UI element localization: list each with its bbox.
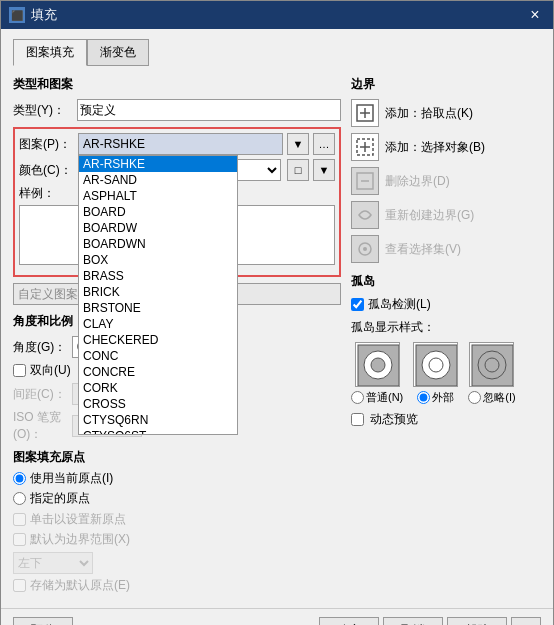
view-selections-label: 查看选择集(V): [385, 241, 461, 258]
use-current-origin-label: 使用当前原点(I): [30, 470, 113, 487]
island-section: 孤岛 孤岛检测(L) 孤岛显示样式：: [351, 273, 541, 428]
island-ignore-label: 忽略(I): [483, 390, 515, 405]
tab-hatch[interactable]: 图案填充: [13, 39, 87, 66]
right-panel: 边界 添加：拾取点(K): [351, 76, 541, 598]
add-select-label: 添加：选择对象(B): [385, 139, 485, 156]
dropdown-item[interactable]: BRASS: [79, 268, 237, 284]
dynamic-preview-checkbox[interactable]: [351, 413, 364, 426]
dropdown-item[interactable]: CLAY: [79, 316, 237, 332]
bidirectional-checkbox[interactable]: [13, 364, 26, 377]
origin-bottom: 单击以设置新原点 默认为边界范围(X) 左下: [13, 511, 341, 594]
recreate-boundary-label: 重新创建边界(G): [385, 207, 474, 224]
default-boundary-checkbox: [13, 533, 26, 546]
dropdown-item[interactable]: BOARD: [79, 204, 237, 220]
bidirectional-label: 双向(U): [30, 362, 71, 379]
tabs: 图案填充 渐变色: [13, 39, 541, 66]
default-boundary-row: 默认为边界范围(X): [13, 531, 341, 548]
color-btn1[interactable]: □: [287, 159, 309, 181]
default-boundary-label: 默认为边界范围(X): [30, 531, 130, 548]
pattern-dropdown-area: 图案(P)： AR-RSHKEAR-SANDASPHALTBOARDBOARDW…: [13, 127, 341, 277]
island-style-outer: 外部: [413, 342, 458, 405]
store-default-checkbox: [13, 579, 26, 592]
svg-point-12: [371, 358, 385, 372]
left-panel: 类型和图案 类型(Y)： 预定义 图案(P)：: [13, 76, 341, 598]
spacing-label: 间距(C)：: [13, 386, 68, 403]
cancel-button[interactable]: 取消: [383, 617, 443, 625]
dropdown-item[interactable]: BRSTONE: [79, 300, 237, 316]
tab-gradient[interactable]: 渐变色: [87, 39, 149, 66]
dropdown-item[interactable]: CHECKERED: [79, 332, 237, 348]
dropdown-item[interactable]: AR-SAND: [79, 172, 237, 188]
dropdown-item[interactable]: BOARDW: [79, 220, 237, 236]
dropdown-item[interactable]: BRICK: [79, 284, 237, 300]
island-detect-label: 孤岛检测(L): [368, 296, 431, 313]
dropdown-item[interactable]: AR-RSHKE: [79, 156, 237, 172]
pattern-input[interactable]: [78, 133, 283, 155]
dropdown-item[interactable]: BOARDWN: [79, 236, 237, 252]
pattern-browse-btn[interactable]: …: [313, 133, 335, 155]
island-outer-radio-row: 外部: [417, 390, 454, 405]
dropdown-item[interactable]: CTYSQ6RN: [79, 412, 237, 428]
preview-button[interactable]: 预览: [13, 617, 73, 625]
use-current-origin-radio[interactable]: [13, 472, 26, 485]
type-pattern-title: 类型和图案: [13, 76, 341, 93]
angle-label: 角度(G)：: [13, 339, 68, 356]
island-ignore-radio[interactable]: [468, 391, 481, 404]
island-normal-radio[interactable]: [351, 391, 364, 404]
dropdown-item[interactable]: BOX: [79, 252, 237, 268]
island-detect-checkbox[interactable]: [351, 298, 364, 311]
island-outer-label: 外部: [432, 390, 454, 405]
ok-button[interactable]: 确定: [319, 617, 379, 625]
dropdown-item[interactable]: CONC: [79, 348, 237, 364]
use-current-origin-row: 使用当前原点(I): [13, 470, 341, 487]
click-to-set-checkbox: [13, 513, 26, 526]
add-pick-icon: [351, 99, 379, 127]
svg-point-15: [429, 358, 443, 372]
origin-section: 图案填充原点 使用当前原点(I) 指定的原点 单击: [13, 449, 341, 594]
origin-title: 图案填充原点: [13, 449, 341, 466]
pattern-dropdown-btn[interactable]: ▼: [287, 133, 309, 155]
specify-origin-label: 指定的原点: [30, 490, 90, 507]
pattern-row: 图案(P)： AR-RSHKEAR-SANDASPHALTBOARDBOARDW…: [19, 133, 335, 155]
click-to-set-row: 单击以设置新原点: [13, 511, 341, 528]
view-selections-btn: 查看选择集(V): [351, 235, 541, 263]
pattern-label: 图案(P)：: [19, 136, 74, 153]
type-label: 类型(Y)：: [13, 102, 73, 119]
dropdown-item[interactable]: CORK: [79, 380, 237, 396]
island-preview-outer: [413, 342, 458, 387]
title-bar-left: ⬛ 填充: [9, 6, 57, 24]
bottom-right-buttons: 确定 取消 帮助 >>: [319, 617, 541, 625]
dropdown-item[interactable]: CTYSQ6ST: [79, 428, 237, 435]
island-ignore-radio-row: 忽略(I): [468, 390, 515, 405]
origin-select-wrap: 左下: [13, 552, 341, 574]
island-outer-radio[interactable]: [417, 391, 430, 404]
add-select-icon: [351, 133, 379, 161]
close-button[interactable]: ×: [525, 5, 545, 25]
add-select-btn[interactable]: 添加：选择对象(B): [351, 133, 541, 161]
remove-boundary-btn: 删除边界(D): [351, 167, 541, 195]
dropdown-item[interactable]: ASPHALT: [79, 188, 237, 204]
type-select[interactable]: 预定义: [77, 99, 341, 121]
island-normal-radio-row: 普通(N): [351, 390, 403, 405]
dynamic-preview-label: 动态预览: [370, 411, 418, 428]
island-normal-label: 普通(N): [366, 390, 403, 405]
type-row: 类型(Y)： 预定义: [13, 99, 341, 121]
view-selections-icon: [351, 235, 379, 263]
island-style-ignore: 忽略(I): [468, 342, 515, 405]
remove-boundary-label: 删除边界(D): [385, 173, 450, 190]
recreate-boundary-btn: 重新创建边界(G): [351, 201, 541, 229]
help-button[interactable]: 帮助: [447, 617, 507, 625]
add-pick-btn[interactable]: 添加：拾取点(K): [351, 99, 541, 127]
expand-button[interactable]: >>: [511, 617, 541, 625]
dropdown-item[interactable]: CROSS: [79, 396, 237, 412]
dialog-title: 填充: [31, 6, 57, 24]
origin-position-select: 左下: [13, 552, 93, 574]
recreate-boundary-icon: [351, 201, 379, 229]
dynamic-preview-row: 动态预览: [351, 411, 541, 428]
dropdown-item[interactable]: CONCRE: [79, 364, 237, 380]
store-default-label: 存储为默认原点(E): [30, 577, 130, 594]
color-btn2[interactable]: ▼: [313, 159, 335, 181]
specify-origin-radio[interactable]: [13, 492, 26, 505]
store-default-row: 存储为默认原点(E): [13, 577, 341, 594]
dialog-icon: ⬛: [9, 7, 25, 23]
